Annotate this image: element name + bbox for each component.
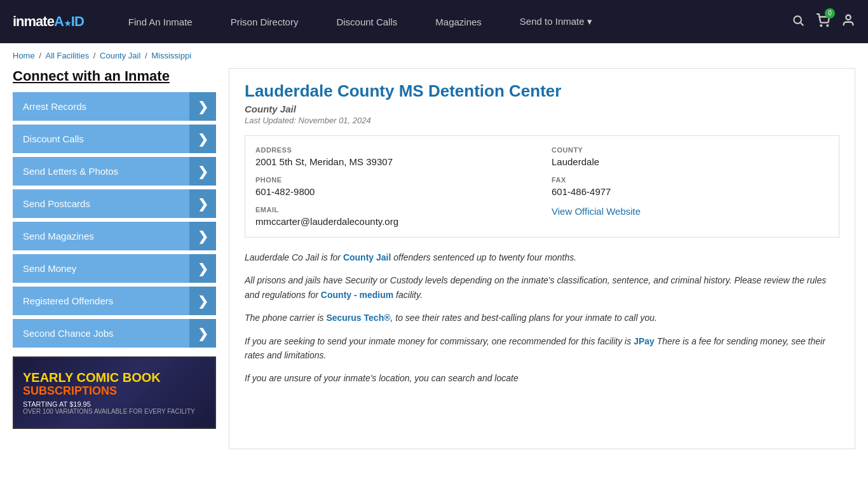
facility-detail: Lauderdale County MS Detention Center Co… <box>229 68 855 449</box>
breadcrumb-county-jail[interactable]: County Jail <box>100 51 140 60</box>
arrow-icon: ❯ <box>189 157 216 186</box>
arrow-icon: ❯ <box>189 222 216 250</box>
svg-point-4 <box>846 15 850 19</box>
arrow-icon: ❯ <box>189 254 216 283</box>
phone-value: 601-482-9800 <box>255 186 532 197</box>
arrow-icon: ❯ <box>189 189 216 218</box>
cart-button[interactable]: 0 <box>816 13 830 30</box>
nav-magazines[interactable]: Magazines <box>416 0 501 43</box>
arrow-icon: ❯ <box>189 92 216 121</box>
arrow-icon: ❯ <box>189 287 216 315</box>
ad-title-2: SUBSCRIPTIONS <box>23 384 206 398</box>
address-block: ADDRESS 2001 5th St, Meridan, MS 39307 <box>255 146 532 167</box>
svg-point-0 <box>794 16 801 24</box>
breadcrumb-home[interactable]: Home <box>13 51 35 60</box>
sidebar-send-money[interactable]: Send Money ❯ <box>13 254 216 283</box>
fax-block: FAX 601-486-4977 <box>552 176 829 197</box>
jpay-link[interactable]: JPay <box>634 336 654 346</box>
sidebar-registered-offenders[interactable]: Registered Offenders ❯ <box>13 287 216 315</box>
fax-label: FAX <box>552 176 829 184</box>
sidebar: Connect with an Inmate Arrest Records ❯ … <box>13 68 216 449</box>
county-block: COUNTY Lauderdale <box>552 146 829 167</box>
facility-title: Lauderdale County MS Detention Center <box>245 81 839 101</box>
logo-star: ★ <box>64 19 71 28</box>
ad-price: STARTING AT $19.95 <box>23 400 206 408</box>
sidebar-second-chance-jobs[interactable]: Second Chance Jobs ❯ <box>13 319 216 348</box>
county-medium-link[interactable]: County - medium <box>321 290 393 300</box>
sidebar-send-letters[interactable]: Send Letters & Photos ❯ <box>13 157 216 186</box>
user-button[interactable] <box>841 13 855 30</box>
securus-link[interactable]: Securus Tech® <box>326 313 390 323</box>
last-updated: Last Updated: November 01, 2024 <box>245 116 839 125</box>
county-value: Lauderdale <box>552 156 829 167</box>
logo[interactable]: inmateA★ID <box>13 13 84 30</box>
address-label: ADDRESS <box>255 146 532 154</box>
ad-description: OVER 100 VARIATIONS AVAILABLE FOR EVERY … <box>23 408 206 415</box>
header: inmateA★ID Find An Inmate Prison Directo… <box>0 0 868 43</box>
svg-line-1 <box>801 22 804 25</box>
svg-point-2 <box>820 25 822 26</box>
header-icons: 0 <box>792 13 855 30</box>
ad-title-1: YEARLY COMIC BOOK <box>23 370 206 384</box>
desc-para-3: The phone carrier is Securus Tech®, to s… <box>245 311 839 325</box>
county-jail-link[interactable]: County Jail <box>343 252 391 262</box>
website-link[interactable]: View Official Website <box>552 206 641 217</box>
nav-send-to-inmate[interactable]: Send to Inmate ▾ <box>501 0 611 43</box>
arrow-icon: ❯ <box>189 319 216 348</box>
ad-banner[interactable]: YEARLY COMIC BOOK SUBSCRIPTIONS STARTING… <box>13 356 216 429</box>
phone-label: PHONE <box>255 176 532 184</box>
nav-prison-directory[interactable]: Prison Directory <box>212 0 318 43</box>
desc-para-4: If you are seeking to send your inmate m… <box>245 334 839 363</box>
phone-block: PHONE 601-482-9800 <box>255 176 532 197</box>
sidebar-discount-calls[interactable]: Discount Calls ❯ <box>13 125 216 153</box>
svg-point-3 <box>827 25 828 26</box>
breadcrumb-state[interactable]: Mississippi <box>151 51 191 60</box>
email-block: EMAIL mmccarter@lauderdalecounty.org <box>255 206 532 227</box>
cart-badge: 0 <box>825 8 835 18</box>
sidebar-send-postcards[interactable]: Send Postcards ❯ <box>13 189 216 218</box>
nav-discount-calls[interactable]: Discount Calls <box>317 0 416 43</box>
email-value: mmccarter@lauderdalecounty.org <box>255 216 532 227</box>
desc-para-1: Lauderdale Co Jail is for County Jail of… <box>245 250 839 264</box>
breadcrumb: Home / All Facilities / County Jail / Mi… <box>0 43 868 68</box>
arrow-icon: ❯ <box>189 125 216 153</box>
main-content: Connect with an Inmate Arrest Records ❯ … <box>0 68 868 462</box>
nav-find-inmate[interactable]: Find An Inmate <box>109 0 212 43</box>
search-button[interactable] <box>792 14 804 30</box>
fax-value: 601-486-4977 <box>552 186 829 197</box>
county-label: COUNTY <box>552 146 829 154</box>
sidebar-send-magazines[interactable]: Send Magazines ❯ <box>13 222 216 250</box>
address-value: 2001 5th St, Meridan, MS 39307 <box>255 156 532 167</box>
website-block: View Official Website <box>552 206 829 227</box>
email-label: EMAIL <box>255 206 532 214</box>
facility-info-grid: ADDRESS 2001 5th St, Meridan, MS 39307 C… <box>245 135 839 238</box>
main-nav: Find An Inmate Prison Directory Discount… <box>109 0 792 43</box>
breadcrumb-all-facilities[interactable]: All Facilities <box>46 51 90 60</box>
desc-para-5: If you are unsure of your inmate's locat… <box>245 371 839 385</box>
facility-description: Lauderdale Co Jail is for County Jail of… <box>245 250 839 386</box>
desc-para-2: All prisons and jails have Security or C… <box>245 273 839 302</box>
facility-type: County Jail <box>245 104 839 114</box>
sidebar-arrest-records[interactable]: Arrest Records ❯ <box>13 92 216 121</box>
sidebar-title: Connect with an Inmate <box>13 68 216 85</box>
